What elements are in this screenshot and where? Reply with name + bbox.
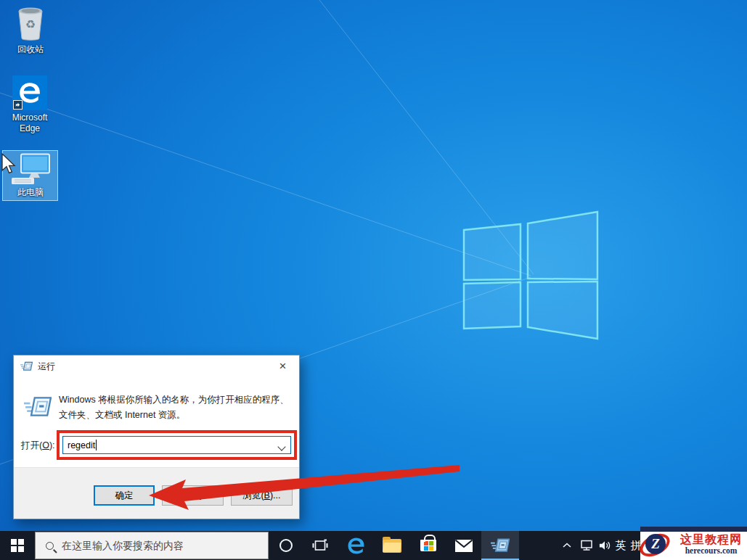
windows-logo-icon	[11, 539, 24, 552]
close-icon[interactable]: ×	[266, 355, 299, 376]
search-icon	[46, 542, 54, 550]
speaker-icon	[598, 540, 612, 551]
svg-text:♻: ♻	[25, 18, 36, 30]
tray-ime-indicator[interactable]: 英	[612, 531, 629, 560]
taskbar-file-explorer-button[interactable]	[374, 531, 410, 560]
mail-icon	[455, 540, 473, 552]
search-input[interactable]	[62, 540, 250, 551]
run-icon	[20, 361, 33, 371]
text-caret	[96, 440, 97, 450]
watermark-logo-icon: Z	[637, 531, 675, 559]
taskbar-store-button[interactable]	[410, 531, 446, 560]
taskbar-search[interactable]	[35, 532, 269, 559]
cortana-button[interactable]	[271, 531, 301, 560]
tray-show-hidden-icons-button[interactable]	[558, 531, 576, 560]
cortana-icon	[279, 539, 293, 552]
annotation-highlight-box: regedit	[57, 430, 297, 460]
run-icon	[491, 538, 510, 553]
desktop-icon-label: 回收站	[17, 44, 44, 55]
edge-icon	[346, 536, 366, 556]
desktop-icon-microsoft-edge[interactable]: Microsoft Edge	[5, 75, 54, 134]
edge-icon	[12, 75, 47, 110]
watermark-domain: herecours.com	[677, 545, 746, 556]
taskbar-run-app-button[interactable]	[481, 531, 519, 560]
shortcut-arrow-icon	[13, 100, 23, 110]
desktop-icon-label: 此电脑	[17, 187, 44, 198]
start-button[interactable]	[0, 531, 35, 560]
recycle-bin-icon: ♻	[14, 4, 47, 42]
ok-button[interactable]: 确定	[94, 485, 155, 506]
microsoft-store-icon	[420, 540, 436, 551]
chevron-up-icon	[563, 543, 571, 548]
taskbar: 英 拼	[0, 531, 747, 560]
dialog-description: Windows 将根据你所输入的名称，为你打开相应的程序、 文件夹、文档或 In…	[59, 392, 295, 423]
chevron-down-icon[interactable]	[277, 442, 285, 450]
cancel-button[interactable]: 取消	[162, 485, 224, 506]
taskbar-edge-button[interactable]	[338, 531, 374, 560]
watermark-site-name: 这里教程网	[677, 533, 746, 545]
desktop-icon-label: Microsoft Edge	[12, 112, 48, 134]
dialog-footer: 确定 取消 浏览(B)...	[14, 467, 299, 519]
run-dialog: 运行 × Windows 将根据你所输入的名称，为你打开相应的程序、 文件夹、文…	[13, 355, 300, 519]
run-command-input[interactable]: regedit	[62, 436, 291, 454]
network-icon	[579, 540, 594, 551]
input-value: regedit	[68, 440, 95, 450]
mouse-cursor	[1, 153, 17, 176]
folder-icon	[383, 539, 401, 553]
open-label: 打开(O):	[21, 440, 55, 452]
dialog-title: 运行	[38, 361, 55, 373]
run-dialog-icon	[24, 395, 52, 419]
taskbar-mail-button[interactable]	[446, 531, 481, 560]
desktop-icon-recycle-bin[interactable]: ♻ 回收站	[6, 4, 55, 55]
task-view-button[interactable]	[304, 531, 336, 560]
dialog-titlebar[interactable]: 运行 ×	[14, 355, 299, 377]
browse-button[interactable]: 浏览(B)...	[231, 485, 293, 506]
tray-network-button[interactable]	[576, 531, 597, 560]
task-view-icon	[312, 539, 328, 552]
site-watermark: Z 这里教程网 herecours.com	[640, 527, 747, 560]
